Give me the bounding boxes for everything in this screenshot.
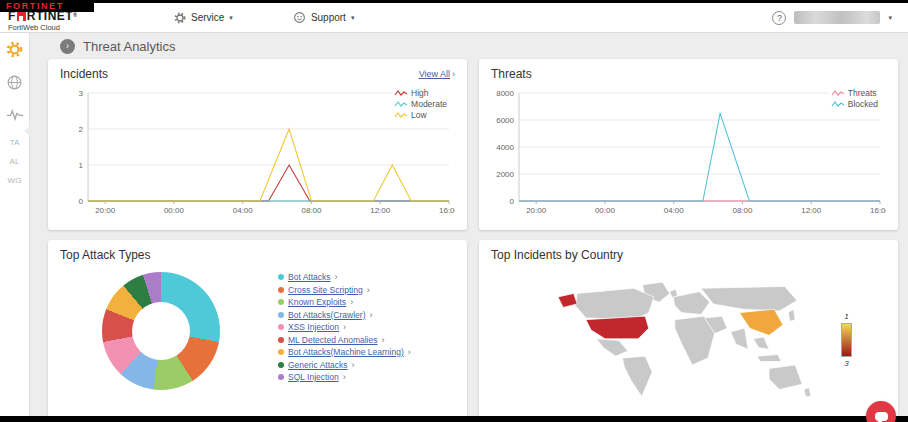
chart-legend-item[interactable]: Blocked: [831, 99, 878, 109]
incidents-card-title: Incidents: [60, 67, 108, 81]
attack-type-link[interactable]: Bot Attacks(Machine Learning): [288, 347, 404, 357]
attack-type-legend-item: Known Exploits›: [278, 297, 411, 307]
map-region-se-asia[interactable]: [753, 337, 769, 349]
map-country-cn[interactable]: [739, 309, 783, 335]
account-caret-icon[interactable]: ▾: [888, 14, 892, 22]
attack-type-link[interactable]: XSS Injection: [288, 322, 339, 332]
chevron-right-icon[interactable]: ›: [408, 347, 411, 357]
legend-dot-icon: [278, 337, 284, 343]
map-country-us-alaska[interactable]: [558, 293, 577, 307]
map-region-mexico[interactable]: [596, 339, 627, 356]
legend-dot-icon: [278, 299, 284, 305]
attack-type-link[interactable]: Bot Attacks(Crawler): [288, 310, 365, 320]
left-sidebar: TA AL WG: [0, 33, 30, 416]
chart-legend-item[interactable]: Low: [394, 110, 447, 120]
legend-dot-icon: [278, 312, 284, 318]
window-brand-badge: FORTINET: [0, 0, 94, 12]
chevron-right-icon[interactable]: ›: [335, 272, 338, 282]
top-black-strip: [0, 0, 908, 3]
map-country-us[interactable]: [586, 316, 649, 339]
chevron-right-icon[interactable]: ›: [367, 285, 370, 295]
world-map: [551, 270, 817, 412]
map-region-russia[interactable]: [701, 286, 797, 310]
window-brand-text: FORTINET: [6, 1, 64, 11]
map-region-australia[interactable]: [769, 365, 802, 389]
attack-type-legend-item: ML Detected Anomalies›: [278, 335, 411, 345]
map-region-south-america[interactable]: [623, 356, 653, 396]
chart-legend-item[interactable]: High: [394, 88, 447, 98]
legend-dot-icon: [278, 324, 284, 330]
top-attack-types-title: Top Attack Types: [60, 248, 151, 262]
chart-legend-item[interactable]: Threats: [831, 88, 878, 98]
sidebar-item-threat-analytics[interactable]: TA: [10, 138, 20, 147]
service-caret-icon: ▾: [229, 14, 233, 22]
service-gear-icon: [174, 12, 186, 24]
svg-text:20:00: 20:00: [95, 206, 116, 215]
attack-type-link[interactable]: Known Exploits: [288, 297, 346, 307]
svg-text:00:00: 00:00: [595, 206, 616, 215]
map-region-indonesia[interactable]: [757, 355, 781, 362]
sidebar-item-wg[interactable]: WG: [8, 176, 22, 185]
attack-type-link[interactable]: SQL Injection: [288, 372, 339, 382]
scale-max-label: 3: [844, 359, 848, 368]
help-icon[interactable]: ?: [772, 11, 786, 25]
map-region-japan[interactable]: [788, 309, 795, 321]
page-title: Threat Analytics: [83, 39, 176, 54]
attack-type-link[interactable]: Cross Site Scripting: [288, 285, 363, 295]
logo-letters: RTINET: [27, 11, 73, 22]
attack-type-legend-item: Generic Attacks›: [278, 360, 411, 370]
svg-text:8000: 8000: [496, 89, 514, 98]
attack-types-legend: Bot Attacks›Cross Site Scripting›Known E…: [278, 272, 411, 390]
chevron-right-icon[interactable]: ›: [343, 372, 346, 382]
service-menu[interactable]: Service ▾: [174, 12, 233, 24]
chevron-right-icon[interactable]: ›: [381, 335, 384, 345]
svg-text:1: 1: [79, 161, 84, 170]
svg-text:6000: 6000: [496, 116, 514, 125]
svg-text:0: 0: [79, 197, 84, 206]
attack-type-legend-item: Bot Attacks(Crawler)›: [278, 310, 411, 320]
chevron-right-icon[interactable]: ›: [350, 297, 353, 307]
map-region-india[interactable]: [731, 328, 748, 349]
line-chart-canvas: 0200040006000800020:0000:0004:0008:0012:…: [491, 85, 886, 217]
chart-legend-item[interactable]: Moderate: [394, 99, 447, 109]
scale-gradient-bar: [841, 323, 852, 357]
account-name-redacted[interactable]: [794, 11, 880, 24]
svg-text:12:00: 12:00: [801, 206, 822, 215]
incidents-chart: HighModerateLow 012320:0000:0004:0008:00…: [60, 85, 455, 217]
attack-type-link[interactable]: ML Detected Anomalies: [288, 335, 377, 345]
app-body: TA AL WG › Threat Analytics Incidents Vi…: [0, 33, 908, 416]
attack-type-legend-item: Bot Attacks›: [278, 272, 411, 282]
top-incidents-by-country-title: Top Incidents by Country: [491, 248, 623, 262]
bottom-black-strip: [0, 416, 908, 422]
pulse-activity-icon[interactable]: [6, 107, 24, 126]
incidents-card: Incidents View All › HighModerateLow 012…: [48, 59, 467, 230]
incidents-chart-legend: HighModerateLow: [392, 87, 449, 121]
collapse-chevron-button[interactable]: ›: [60, 39, 75, 54]
threats-chart-legend: ThreatsBlocked: [829, 87, 880, 110]
svg-text:20:00: 20:00: [526, 206, 547, 215]
chevron-right-icon[interactable]: ›: [352, 360, 355, 370]
svg-text:3: 3: [79, 89, 84, 98]
svg-text:4000: 4000: [496, 143, 514, 152]
map-region-canada[interactable]: [575, 288, 653, 319]
service-label: Service: [191, 12, 224, 23]
top-bar: FRTINET® FortiWeb Cloud Service ▾ Suppor…: [0, 3, 908, 33]
map-region-new-zealand[interactable]: [804, 388, 811, 397]
sidebar-item-attack-logs[interactable]: AL: [10, 157, 20, 166]
view-all-link[interactable]: View All ›: [419, 69, 455, 79]
threats-card: Threats ThreatsBlocked 02000400060008000…: [479, 59, 898, 230]
support-menu[interactable]: Support ▾: [293, 11, 355, 24]
globe-icon[interactable]: [6, 74, 23, 95]
attack-type-link[interactable]: Generic Attacks: [288, 360, 348, 370]
chevron-right-icon[interactable]: ›: [369, 310, 372, 320]
svg-text:16:00: 16:00: [439, 206, 455, 215]
chevron-right-icon[interactable]: ›: [343, 322, 346, 332]
topbar-right: ? ▾: [772, 11, 892, 25]
attack-type-link[interactable]: Bot Attacks: [288, 272, 331, 282]
svg-text:00:00: 00:00: [164, 206, 185, 215]
support-label: Support: [311, 12, 346, 23]
legend-dot-icon: [278, 362, 284, 368]
map-region-europe[interactable]: [673, 292, 710, 315]
settings-gear-icon[interactable]: [6, 41, 23, 62]
attack-type-legend-item: XSS Injection›: [278, 322, 411, 332]
